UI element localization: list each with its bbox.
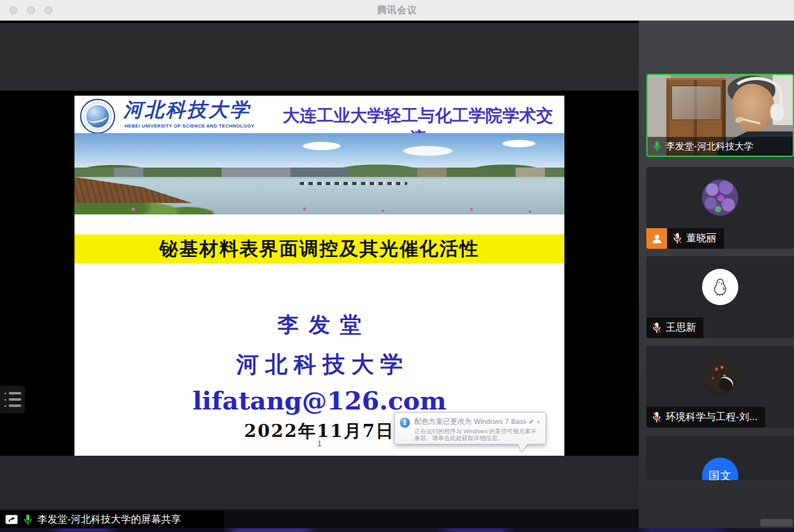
titlebar: 腾讯会议 [0, 0, 794, 21]
mic-muted-icon [652, 322, 661, 334]
window-title: 腾讯会议 [0, 4, 794, 16]
photo-geese [300, 182, 407, 185]
speaker-name: 李发堂 [74, 311, 564, 339]
info-icon: i [400, 418, 410, 428]
avatar-initials: 国文 [702, 458, 738, 480]
screen-share-label: 李发堂-河北科技大学的屏幕共享 [38, 513, 181, 526]
participant-tile-lifatang[interactable]: 李发堂-河北科技大学 [646, 74, 794, 157]
wrench-icon [529, 419, 534, 424]
participant-list-toggle-button[interactable] [0, 386, 25, 413]
avatar-penguin-icon [702, 269, 738, 305]
participant-tile-huanjing-liu[interactable]: 环境科学与工程-刘... [646, 346, 794, 428]
mic-on-icon [23, 514, 33, 526]
shared-screen-top-band [0, 23, 639, 91]
university-logo-icon [80, 99, 115, 134]
participant-name-bar: 董晓丽 [667, 228, 724, 249]
presenter-badge-icon [646, 228, 667, 249]
windows-notification-balloon: i 配色方案已更改为 Windows 7 Basic × 正在运行的程序与 Wi… [394, 412, 546, 444]
mic-muted-icon [652, 411, 661, 423]
notification-close-icon: × [537, 419, 541, 425]
screen-share-icon [5, 514, 18, 524]
slide-title-banner: 铋基材料表界面调控及其光催化活性 [74, 234, 564, 263]
mic-muted-icon [673, 233, 682, 244]
avatar [702, 358, 738, 394]
university-name-cn: 河北科技大学 [123, 97, 251, 123]
notification-title: 配色方案已更改为 Windows 7 Basic [414, 417, 526, 426]
slide-title-text: 铋基材料表界面调控及其光催化活性 [160, 236, 480, 262]
desktop-wallpaper-strip [0, 528, 794, 532]
participant-tile-guowen[interactable]: 国文 [646, 436, 794, 480]
speaker-affiliation: 河北科技大学 [74, 349, 564, 380]
shared-screen-area: 河北科技大学 HEBEI UNIVERSITY OF SCIENCE AND T… [0, 21, 639, 528]
person-icon [651, 233, 663, 245]
speaker-email: lifatang@126.com [74, 386, 564, 415]
meeting-window: 腾讯会议 河北科技大学 HEBEI UNIVERSITY OF SCIENCE … [0, 0, 794, 532]
scrollbar-thumb[interactable] [760, 519, 793, 526]
participant-name-bar: 环境科学与工程-刘... [646, 407, 765, 428]
mic-on-icon [653, 141, 661, 152]
screen-share-banner: 李发堂-河北科技大学的屏幕共享 [0, 511, 224, 528]
participant-tile-wangsixin[interactable]: 王思新 [646, 256, 794, 338]
avatar-text: 国文 [708, 468, 732, 480]
participant-name-bar: 李发堂-河北科技大学 [648, 137, 793, 156]
participant-tile-dongxiaoli[interactable]: 董晓丽 [646, 167, 794, 249]
participant-name: 王思新 [666, 321, 696, 334]
shared-screen-bottom-band [0, 456, 639, 509]
balloon-tail [518, 443, 528, 452]
university-name-en: HEBEI UNIVERSITY OF SCIENCE AND TECHNOLO… [125, 123, 255, 129]
participant-name: 董晓丽 [686, 232, 716, 245]
photo-flowers [74, 204, 564, 214]
notification-body: 正在运行的程序与 Windows 的某些可视元素不兼容。请单击此处获取详细信息。 [414, 428, 541, 441]
avatar [702, 179, 738, 216]
campus-photo [74, 133, 564, 214]
presentation-slide: 河北科技大学 HEBEI UNIVERSITY OF SCIENCE AND T… [74, 96, 564, 456]
participant-name: 李发堂-河北科技大学 [666, 141, 753, 153]
participant-name-bar: 王思新 [646, 318, 703, 338]
participant-name: 环境科学与工程-刘... [666, 411, 758, 424]
participants-sidebar: 李发堂-河北科技大学 董晓丽 [639, 21, 794, 528]
bottom-bar: 李发堂-河北科技大学的屏幕共享 [0, 509, 639, 528]
